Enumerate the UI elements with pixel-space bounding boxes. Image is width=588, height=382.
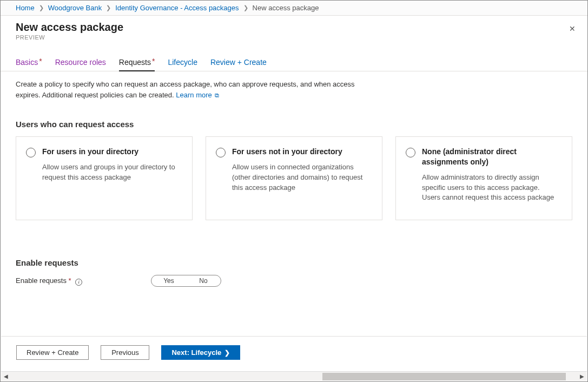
chevron-right-icon: ❯ [224, 349, 230, 357]
wizard-footer: Review + Create Previous Next: Lifecycle… [1, 336, 587, 368]
chevron-right-icon: ❯ [39, 4, 44, 11]
next-button-label: Next: Lifecycle [171, 348, 221, 357]
scroll-left-arrow[interactable]: ◀ [1, 372, 11, 381]
required-asterisk: * [152, 57, 155, 65]
radio-users-in-directory[interactable] [26, 148, 36, 157]
tab-requests[interactable]: Requests* [119, 55, 155, 71]
learn-more-link[interactable]: Learn more ⧉ [176, 91, 219, 99]
close-icon: ✕ [569, 24, 576, 33]
tab-resource-roles[interactable]: Resource roles [55, 55, 106, 71]
scroll-track[interactable] [11, 372, 577, 381]
chevron-right-icon: ❯ [243, 4, 248, 11]
card-title: None (administrator direct assignments o… [422, 147, 560, 167]
tab-lifecycle-label: Lifecycle [168, 58, 197, 67]
radio-users-not-in-directory[interactable] [216, 148, 226, 157]
scroll-right-arrow[interactable]: ▶ [577, 372, 587, 381]
breadcrumb-home[interactable]: Home [16, 4, 35, 12]
section-users-heading: Users who can request access [16, 120, 572, 129]
enable-requests-label-text: Enable requests [16, 276, 67, 285]
card-title: For users in your directory [42, 147, 180, 157]
card-desc: Allow users in connected organizations (… [232, 162, 370, 193]
card-users-not-in-directory[interactable]: For users not in your directory Allow us… [206, 136, 382, 220]
learn-more-label: Learn more [176, 91, 212, 99]
page-header: New access package PREVIEW ✕ [1, 16, 587, 41]
card-desc: Allow administrators to directly assign … [422, 173, 560, 203]
required-asterisk: * [69, 276, 71, 285]
horizontal-scrollbar[interactable]: ◀ ▶ [1, 371, 587, 381]
info-icon[interactable]: i [75, 279, 82, 286]
scroll-thumb[interactable] [322, 373, 566, 380]
intro-text: Create a policy to specify who can reque… [16, 79, 362, 100]
tab-review-create-label: Review + Create [210, 58, 267, 67]
toggle-no[interactable]: No [186, 275, 221, 286]
toggle-yes[interactable]: Yes [151, 275, 186, 286]
tab-review-create[interactable]: Review + Create [210, 55, 267, 71]
preview-badge: PREVIEW [16, 34, 572, 41]
wizard-tabs: Basics* Resource roles Requests* Lifecyc… [1, 55, 587, 71]
page-title: New access package [16, 21, 572, 34]
close-button[interactable]: ✕ [567, 22, 578, 35]
required-asterisk: * [39, 57, 42, 65]
card-title: For users not in your directory [232, 147, 370, 157]
breadcrumb-identity-governance[interactable]: Identity Governance - Access packages [115, 4, 239, 12]
breadcrumb: Home ❯ Woodgrove Bank ❯ Identity Governa… [1, 1, 587, 16]
external-link-icon: ⧉ [215, 92, 219, 98]
previous-button[interactable]: Previous [101, 345, 149, 360]
review-create-button[interactable]: Review + Create [16, 345, 89, 360]
tab-basics-label: Basics [16, 58, 38, 67]
card-none-admin-only[interactable]: None (administrator direct assignments o… [395, 136, 572, 220]
enable-requests-toggle[interactable]: Yes No [151, 275, 221, 287]
tab-basics[interactable]: Basics* [16, 55, 42, 71]
tab-resource-roles-label: Resource roles [55, 58, 106, 67]
chevron-right-icon: ❯ [106, 4, 111, 11]
breadcrumb-current: New access package [253, 4, 319, 12]
radio-none-admin-only[interactable] [406, 148, 415, 157]
card-desc: Allow users and groups in your directory… [42, 162, 180, 183]
enable-requests-label: Enable requests * i [16, 276, 151, 285]
request-scope-cards: For users in your directory Allow users … [16, 136, 572, 220]
next-lifecycle-button[interactable]: Next: Lifecycle ❯ [161, 345, 240, 360]
tab-requests-label: Requests [119, 58, 151, 67]
tab-lifecycle[interactable]: Lifecycle [168, 55, 197, 71]
section-enable-heading: Enable requests [16, 258, 572, 267]
card-users-in-directory[interactable]: For users in your directory Allow users … [16, 136, 193, 220]
breadcrumb-woodgrove[interactable]: Woodgrove Bank [48, 4, 102, 12]
